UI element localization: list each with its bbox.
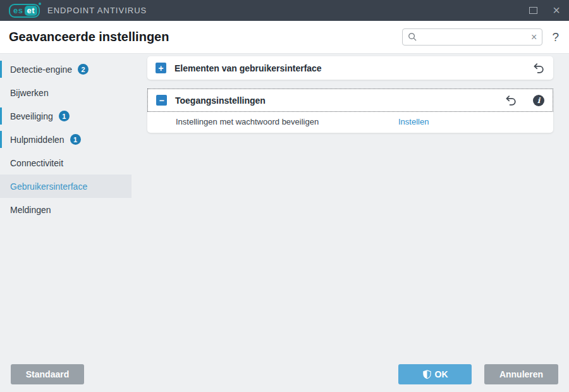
sidebar-item-hulpmiddelen[interactable]: Hulpmiddelen 1: [0, 128, 132, 151]
close-icon[interactable]: ×: [553, 4, 560, 16]
page-header: Geavanceerde instellingen × ?: [0, 21, 569, 54]
attention-bar: [0, 107, 2, 125]
eset-logo-et: et: [25, 6, 37, 16]
section-header[interactable]: − Toegangsinstellingen i: [147, 89, 553, 112]
setting-label: Instellingen met wachtwoord beveiligen: [176, 117, 398, 126]
info-icon[interactable]: i: [533, 95, 544, 106]
count-badge: 1: [70, 134, 81, 145]
instellen-link[interactable]: Instellen: [398, 117, 429, 126]
sidebar-item-label: Connectiviteit: [10, 158, 63, 168]
page-title: Geavanceerde instellingen: [9, 30, 169, 44]
sidebar-item-detectie-engine[interactable]: Detectie-engine 2: [0, 58, 132, 81]
revert-to-default-icon[interactable]: [532, 62, 545, 75]
sidebar-item-label: Hulpmiddelen: [10, 135, 64, 145]
search-clear-icon[interactable]: ×: [531, 32, 537, 42]
attention-bar: [0, 131, 2, 148]
titlebar: es et ENDPOINT ANTIVIRUS ×: [0, 0, 569, 21]
collapse-icon[interactable]: −: [156, 95, 167, 106]
window-controls: ×: [529, 5, 560, 16]
eset-logo: es et: [9, 4, 40, 18]
registered-mark-icon: [39, 3, 41, 5]
section-elementen-van-gebruikersinterface: + Elementen van gebruikersinterface: [147, 56, 553, 80]
maximize-icon[interactable]: [529, 7, 537, 14]
sidebar-item-label: Gebruikersinterface: [10, 181, 87, 192]
sidebar: Detectie-engine 2 Bijwerken Beveiliging …: [0, 58, 132, 221]
sidebar-item-bijwerken[interactable]: Bijwerken: [0, 81, 132, 104]
sidebar-item-label: Beveiliging: [10, 111, 53, 121]
search-icon: [408, 32, 417, 42]
search-box[interactable]: ×: [402, 28, 542, 46]
count-badge: 2: [78, 64, 89, 75]
section-title: Elementen van gebruikersinterface: [174, 63, 524, 73]
sidebar-item-gebruikersinterface[interactable]: Gebruikersinterface: [0, 175, 132, 198]
count-badge: 1: [59, 111, 70, 121]
sidebar-item-meldingen[interactable]: Meldingen: [0, 198, 132, 221]
uac-shield-icon: [422, 369, 432, 379]
main-area: Detectie-engine 2 Bijwerken Beveiliging …: [0, 54, 569, 392]
standaard-button-label: Standaard: [26, 369, 69, 379]
annuleren-button-label: Annuleren: [499, 369, 543, 379]
standaard-button[interactable]: Standaard: [11, 364, 84, 384]
sidebar-item-label: Detectie-engine: [10, 64, 72, 75]
revert-to-default-icon[interactable]: [505, 94, 517, 107]
setting-row-password-protect: Instellingen met wachtwoord beveiligen I…: [147, 112, 553, 133]
eset-logo-es: es: [11, 6, 23, 15]
section-header[interactable]: + Elementen van gebruikersinterface: [147, 56, 553, 80]
sidebar-item-beveiliging[interactable]: Beveiliging 1: [0, 104, 132, 128]
attention-bar: [0, 61, 2, 78]
search-input[interactable]: [421, 32, 527, 42]
section-toegangsinstellingen: − Toegangsinstellingen i Instellingen me…: [147, 89, 553, 133]
sidebar-item-label: Meldingen: [10, 205, 51, 215]
settings-panel: + Elementen van gebruikersinterface − To…: [147, 56, 553, 142]
expand-icon[interactable]: +: [156, 63, 166, 73]
section-title: Toegangsinstellingen: [175, 95, 496, 106]
help-icon[interactable]: ?: [552, 30, 559, 44]
ok-button-label: OK: [435, 369, 448, 379]
sidebar-item-label: Bijwerken: [10, 88, 49, 98]
annuleren-button[interactable]: Annuleren: [484, 364, 558, 384]
app-name: ENDPOINT ANTIVIRUS: [47, 6, 147, 15]
ok-button[interactable]: OK: [398, 364, 472, 384]
sidebar-item-connectiviteit[interactable]: Connectiviteit: [0, 151, 132, 175]
